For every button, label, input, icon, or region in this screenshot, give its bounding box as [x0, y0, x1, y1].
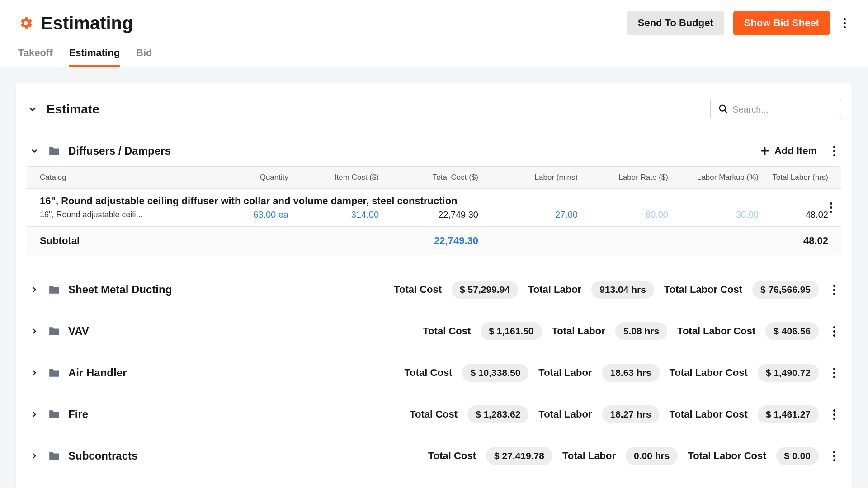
- category-name: Sheet Metal Ducting: [68, 283, 172, 296]
- category-header-diffusers: Diffusers / Dampers Add Item: [27, 120, 841, 166]
- estimate-card: Estimate Diffusers / Dampers: [15, 83, 853, 488]
- add-item-button[interactable]: Add Item: [760, 145, 817, 157]
- category-name: Fire: [68, 408, 88, 421]
- category-row[interactable]: Fire Total Cost $ 1,283.62 Total Labor 1…: [27, 394, 841, 435]
- collapsed-categories: Sheet Metal Ducting Total Cost $ 57,299.…: [27, 255, 841, 488]
- total-cost-label: Total Cost: [423, 325, 471, 337]
- category-row[interactable]: Rough In Total Cost $ 4,170.96 Total Lab…: [27, 477, 841, 488]
- folder-icon: [48, 146, 60, 156]
- add-item-label: Add Item: [774, 145, 817, 157]
- send-to-budget-button[interactable]: Send To Budget: [627, 11, 724, 35]
- section-header: Estimate: [27, 99, 841, 120]
- tab-takeoff[interactable]: Takeoff: [18, 47, 53, 67]
- gear-icon: [18, 15, 33, 31]
- total-labor-cost-label: Total Labor Cost: [670, 408, 748, 420]
- item-desc: 16", Round adjustable ceili...: [40, 210, 175, 220]
- total-labor-cost-value: $ 406.56: [765, 322, 819, 340]
- content-area: Estimate Diffusers / Dampers: [0, 67, 868, 488]
- category-name: Diffusers / Dampers: [68, 145, 171, 157]
- total-labor-label: Total Labor: [538, 367, 592, 379]
- folder-icon: [48, 285, 60, 295]
- chevron-right-icon[interactable]: [28, 325, 40, 337]
- item-labor-mins[interactable]: 27.00: [478, 210, 578, 220]
- total-labor-value: 0.00 hrs: [626, 447, 678, 465]
- category-row[interactable]: Subcontracts Total Cost $ 27,419.78 Tota…: [27, 435, 841, 477]
- item-cost[interactable]: 314.00: [288, 210, 379, 220]
- top-more-menu[interactable]: [839, 16, 850, 30]
- col-item-cost: Item Cost ($): [288, 173, 379, 182]
- table-header: Catalog Quantity Item Cost ($) Total Cos…: [27, 166, 841, 189]
- item-more-menu[interactable]: [826, 201, 836, 215]
- subtotal-cost: 22,749.30: [379, 235, 478, 247]
- total-cost-label: Total Cost: [404, 367, 452, 379]
- chevron-down-icon[interactable]: [27, 103, 38, 115]
- category-more-menu[interactable]: [829, 407, 840, 422]
- search-input[interactable]: [732, 104, 834, 115]
- page-title: Estimating: [41, 13, 133, 33]
- total-cost-label: Total Cost: [394, 284, 442, 296]
- category-row[interactable]: Sheet Metal Ducting Total Cost $ 57,299.…: [27, 269, 841, 310]
- col-labor-rate: Labor Rate ($): [578, 173, 668, 182]
- category-row[interactable]: Air Handler Total Cost $ 10,338.50 Total…: [27, 352, 841, 394]
- chevron-down-icon[interactable]: [28, 145, 40, 157]
- item-labor-rate[interactable]: 80.00: [578, 210, 668, 220]
- svg-line-1: [725, 110, 727, 113]
- total-labor-value: 18.63 hrs: [602, 364, 660, 382]
- total-cost-label: Total Cost: [428, 450, 476, 462]
- plus-icon: [760, 146, 770, 156]
- title-wrap: Estimating: [18, 13, 133, 33]
- tabbar: Takeoff Estimating Bid: [0, 35, 868, 67]
- chevron-right-icon[interactable]: [28, 367, 40, 379]
- topbar: Estimating Send To Budget Show Bid Sheet: [0, 0, 868, 35]
- total-cost-value: $ 1,161.50: [481, 322, 542, 340]
- tab-estimating[interactable]: Estimating: [69, 47, 120, 67]
- show-bid-sheet-button[interactable]: Show Bid Sheet: [733, 11, 830, 35]
- total-labor-cost-label: Total Labor Cost: [670, 367, 748, 379]
- subtotal-labor: 48.02: [759, 235, 828, 247]
- total-labor-cost-label: Total Labor Cost: [688, 450, 766, 462]
- subtotal-row: Subtotal 22,749.30 48.02: [27, 227, 841, 255]
- chevron-right-icon[interactable]: [28, 450, 40, 462]
- category-more-menu[interactable]: [829, 324, 840, 338]
- category-more-menu[interactable]: [829, 449, 840, 463]
- col-labor-mins: Labor (mins): [478, 173, 578, 182]
- total-labor-cost-value: $ 76,566.95: [752, 281, 819, 299]
- col-quantity: Quantity: [212, 173, 288, 182]
- chevron-right-icon[interactable]: [28, 284, 40, 296]
- total-labor-label: Total Labor: [528, 284, 581, 296]
- item-total-cost: 22,749.30: [379, 210, 478, 220]
- col-total-labor: Total Labor (hrs): [759, 173, 828, 182]
- search-box[interactable]: [710, 99, 841, 120]
- total-cost-value: $ 27,419.78: [486, 447, 552, 465]
- folder-icon: [48, 409, 60, 419]
- table-row[interactable]: 16", Round adjustable ceiling diffuser w…: [27, 189, 841, 227]
- item-labor-markup[interactable]: 30.00: [668, 210, 759, 220]
- category-more-menu[interactable]: [829, 366, 840, 380]
- total-labor-label: Total Labor: [538, 408, 592, 420]
- total-labor-value: 5.08 hrs: [615, 322, 667, 340]
- item-title: 16", Round adjustable ceiling diffuser w…: [40, 195, 828, 207]
- category-more-menu[interactable]: [829, 144, 840, 158]
- total-labor-value: 913.04 hrs: [591, 281, 654, 299]
- subtotal-label: Subtotal: [40, 235, 212, 247]
- total-cost-value: $ 57,299.94: [452, 281, 518, 299]
- section-title: Estimate: [47, 102, 99, 117]
- total-cost-label: Total Cost: [410, 408, 458, 420]
- category-row[interactable]: VAV Total Cost $ 1,161.50 Total Labor 5.…: [27, 310, 841, 352]
- total-labor-value: 18.27 hrs: [602, 405, 660, 423]
- chevron-right-icon[interactable]: [28, 408, 40, 420]
- tab-bid[interactable]: Bid: [136, 47, 152, 67]
- category-name: Subcontracts: [68, 450, 137, 462]
- folder-icon: [48, 451, 60, 461]
- col-catalog: Catalog: [40, 173, 212, 182]
- category-more-menu[interactable]: [829, 282, 840, 297]
- total-labor-cost-label: Total Labor Cost: [677, 325, 755, 337]
- total-labor-cost-value: $ 1,490.72: [758, 364, 819, 382]
- total-labor-label: Total Labor: [552, 325, 605, 337]
- col-total-cost: Total Cost ($): [379, 173, 478, 182]
- item-quantity[interactable]: 63.00 ea: [212, 210, 288, 220]
- category-name: Air Handler: [68, 366, 127, 379]
- total-cost-value: $ 10,338.50: [462, 364, 528, 382]
- folder-icon: [48, 368, 60, 378]
- top-actions: Send To Budget Show Bid Sheet: [627, 11, 850, 35]
